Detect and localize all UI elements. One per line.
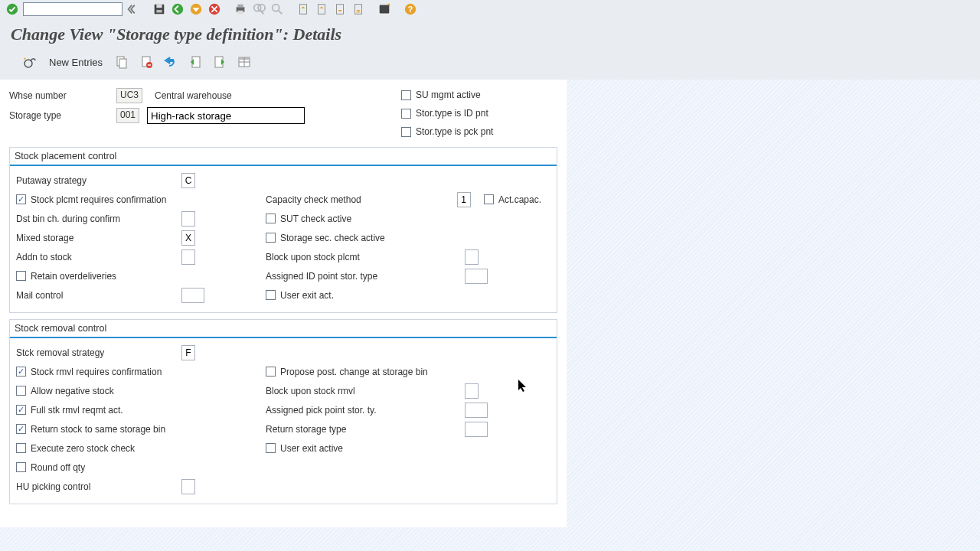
su-mgmt-label: SU mgmt active (416, 90, 481, 100)
mail-label: Mail control (16, 290, 177, 301)
dstbin-label: Dst bin ch. during confirm (16, 214, 177, 224)
page-title: Change View "Storage type definition": D… (0, 18, 980, 49)
block-plcmt-label: Block upon stock plcmt (266, 252, 419, 262)
copy-as-icon[interactable] (113, 54, 130, 70)
block-plcmt-input[interactable] (465, 249, 479, 265)
help-icon[interactable]: ? (403, 2, 418, 17)
svg-rect-18 (380, 5, 390, 14)
user-exit2-checkbox[interactable] (266, 443, 276, 453)
pck-pnt-label: Stor.type is pck pnt (416, 126, 493, 137)
svg-rect-2 (156, 5, 162, 8)
last-page-icon[interactable] (351, 2, 366, 17)
app-toolbar: New Entries (0, 49, 980, 80)
block-rmvl-label: Block upon stock rmvl (266, 386, 419, 396)
stock-placement-title: Stock placement control (10, 147, 557, 166)
detail-panel: Whse number UC3 Central warehouse Storag… (0, 80, 567, 527)
delete-icon[interactable] (138, 54, 155, 70)
svg-text:?: ? (408, 5, 413, 14)
propose-checkbox[interactable] (266, 367, 276, 377)
return-same-label: Return stock to same storage bin (31, 424, 165, 435)
storage-type-desc-input[interactable] (147, 107, 305, 124)
assigned-id-input[interactable] (465, 269, 488, 284)
assigned-pick-input[interactable] (465, 403, 488, 418)
user-exit1-checkbox[interactable] (266, 290, 276, 300)
svg-rect-15 (337, 5, 344, 15)
exit-icon[interactable] (188, 2, 204, 17)
mixed-storage-input[interactable] (181, 230, 195, 246)
putaway-strategy-input[interactable] (181, 173, 195, 188)
full-stk-label: Full stk rmvl reqmt act. (31, 405, 123, 416)
stock-removal-title: Stock removal control (10, 319, 557, 338)
pck-pnt-checkbox[interactable] (401, 127, 411, 137)
command-field[interactable] (23, 2, 122, 16)
id-pnt-checkbox[interactable] (401, 109, 411, 119)
su-mgmt-checkbox[interactable] (401, 90, 411, 100)
dstbin-input[interactable] (181, 211, 195, 227)
putaway-label: Putaway strategy (16, 175, 177, 186)
svg-rect-27 (148, 64, 151, 65)
capchk-label: Capacity check method (266, 194, 413, 205)
next-page-icon[interactable] (332, 2, 348, 17)
storage-type-label: Storage type (9, 110, 109, 121)
find-next-icon[interactable] (270, 2, 285, 17)
addn-label: Addn to stock (16, 252, 177, 262)
plcmt-confirm-checkbox[interactable]: ✓ (16, 194, 26, 204)
table-views-icon[interactable] (236, 54, 253, 70)
block-rmvl-input[interactable] (465, 383, 479, 399)
cancel-icon[interactable] (207, 2, 222, 17)
plcmt-confirm-label: Stock plcmt requires confirmation (31, 194, 166, 205)
new-session-icon[interactable] (377, 2, 392, 17)
svg-rect-8 (237, 5, 243, 8)
svg-rect-3 (156, 10, 162, 13)
full-stk-checkbox[interactable]: ✓ (16, 405, 26, 415)
hu-picking-input[interactable] (181, 479, 195, 494)
svg-rect-17 (356, 12, 360, 13)
sec-label: Storage sec. check active (280, 233, 385, 243)
act-capac-label: Act.capac. (498, 194, 541, 205)
print-icon[interactable] (233, 2, 248, 17)
exec-zero-label: Execute zero stock check (31, 443, 135, 454)
svg-rect-13 (300, 5, 307, 15)
new-entries-button[interactable]: New Entries (46, 55, 106, 70)
return-type-input[interactable] (465, 422, 488, 437)
history-collapse-icon[interactable] (126, 2, 141, 17)
retain-checkbox[interactable] (16, 271, 26, 281)
prev-entry-icon[interactable] (187, 54, 204, 70)
sec-checkbox[interactable] (266, 233, 276, 243)
rmvl-confirm-checkbox[interactable]: ✓ (16, 367, 26, 377)
rmvl-strat-input[interactable] (181, 345, 195, 360)
first-page-icon[interactable] (296, 2, 311, 17)
allow-neg-label: Allow negative stock (31, 386, 114, 396)
user-exit2-label: User exit active (280, 443, 343, 454)
sut-checkbox[interactable] (266, 214, 276, 223)
capchk-input[interactable] (457, 192, 471, 207)
undo-icon[interactable] (162, 54, 179, 70)
allow-neg-checkbox[interactable] (16, 386, 26, 396)
return-type-label: Return storage type (266, 424, 419, 435)
round-off-checkbox[interactable] (16, 462, 26, 472)
mail-control-input[interactable] (181, 288, 204, 303)
act-capac-checkbox[interactable] (484, 194, 494, 204)
rmvl-confirm-label: Stock rmvl requires confirmation (31, 367, 162, 377)
next-entry-icon[interactable] (211, 54, 228, 70)
svg-rect-14 (318, 5, 325, 15)
prev-page-icon[interactable] (314, 2, 329, 17)
svg-point-12 (273, 5, 279, 11)
assigned-id-label: Assigned ID point stor. type (266, 271, 419, 282)
return-same-checkbox[interactable]: ✓ (16, 424, 26, 434)
storage-type-code: 001 (116, 108, 139, 123)
svg-rect-9 (237, 11, 243, 14)
whse-number-code: UC3 (116, 88, 142, 103)
addn-stock-input[interactable] (181, 249, 195, 265)
enter-icon[interactable] (5, 2, 20, 17)
toggle-display-icon[interactable] (21, 54, 38, 70)
round-off-label: Round off qty (31, 462, 85, 473)
assigned-pick-label: Assigned pick point stor. ty. (266, 405, 419, 416)
exec-zero-checkbox[interactable] (16, 443, 26, 453)
propose-label: Propose post. change at storage bin (280, 367, 428, 377)
save-icon[interactable] (152, 2, 167, 17)
back-icon[interactable] (170, 2, 185, 17)
find-icon[interactable] (251, 2, 266, 17)
id-pnt-label: Stor.type is ID pnt (416, 108, 488, 119)
hu-label: HU picking control (16, 481, 177, 492)
